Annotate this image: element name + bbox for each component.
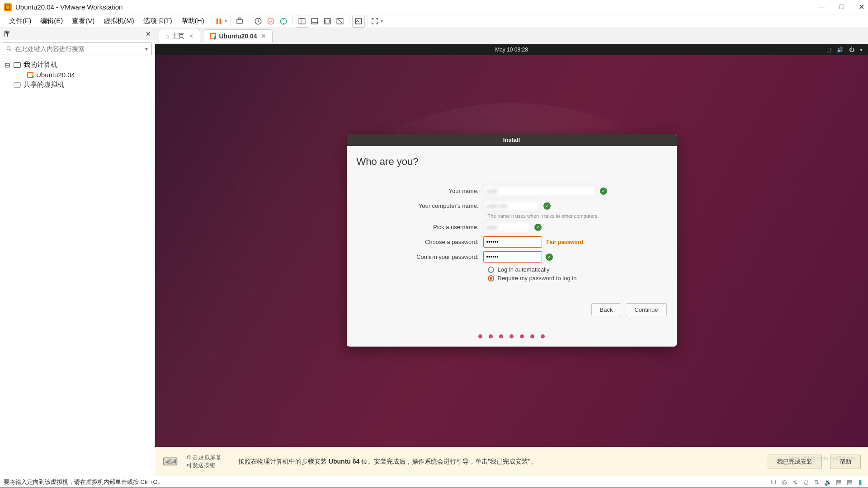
tab-home[interactable]: ⌂ 主页 ✕ bbox=[159, 29, 200, 43]
radio-login-auto[interactable]: Log in automatically bbox=[488, 266, 667, 273]
vmware-app-icon bbox=[4, 3, 12, 11]
hdd2-icon[interactable]: ▤ bbox=[845, 479, 854, 486]
unity-button[interactable] bbox=[352, 15, 365, 28]
volume-icon[interactable]: 🔊 bbox=[837, 47, 844, 53]
ubuntu-installer-window: Install Who are you? Your name: ✓ Your c… bbox=[347, 134, 677, 347]
svg-rect-1 bbox=[220, 19, 222, 24]
library-close-button[interactable]: ✕ bbox=[146, 30, 151, 38]
titlebar: Ubuntu20.04 - VMware Workstation — □ ✕ bbox=[0, 0, 868, 14]
progress-dots bbox=[357, 334, 667, 338]
tree-root[interactable]: ⊟我的计算机 bbox=[4, 60, 151, 70]
workspace-tabs: ⌂ 主页 ✕ Ubuntu20.04 ✕ bbox=[155, 28, 868, 44]
network-icon[interactable]: ⬚ bbox=[826, 47, 831, 53]
disk-icon[interactable]: ⛁ bbox=[769, 479, 778, 486]
input-your-name[interactable] bbox=[483, 185, 596, 197]
svg-rect-9 bbox=[311, 19, 318, 24]
status-bar: 要将输入定向到该虚拟机，请在虚拟机内部单击或按 Ctrl+G。 ⛁ ◎ ↯ ⎙ … bbox=[0, 476, 868, 488]
vm-icon bbox=[27, 72, 33, 78]
view-console-button[interactable] bbox=[308, 15, 321, 28]
minimize-button[interactable]: — bbox=[818, 3, 825, 11]
tab-close-icon[interactable]: ✕ bbox=[261, 33, 266, 39]
message-icon[interactable]: ▮ bbox=[856, 479, 864, 486]
check-icon: ✓ bbox=[546, 253, 553, 261]
keyboard-icon: ⌨ bbox=[162, 455, 178, 468]
label-password: Choose a password: bbox=[357, 239, 483, 245]
cd-icon[interactable]: ◎ bbox=[780, 479, 788, 486]
svg-rect-11 bbox=[324, 19, 330, 24]
label-computer-name: Your computer's name: bbox=[357, 202, 483, 209]
installer-heading: Who are you? bbox=[357, 156, 667, 168]
check-icon: ✓ bbox=[600, 188, 607, 195]
network-adapter-icon[interactable]: ↯ bbox=[791, 479, 799, 486]
radio-require-password[interactable]: Require my password to log in bbox=[488, 275, 667, 282]
hint-bar: ⌨ 单击虚拟屏幕可发送按键 按照在物理计算机中的步骤安装 Ubuntu 64 位… bbox=[155, 447, 868, 476]
library-title: 库 bbox=[4, 30, 10, 38]
chevron-down-icon[interactable]: ▾ bbox=[860, 47, 863, 53]
svg-point-15 bbox=[7, 47, 10, 50]
window-title: Ubuntu20.04 - VMware Workstation bbox=[15, 3, 818, 11]
menubar: 文件(F) 编辑(E) 查看(V) 虚拟机(M) 选项卡(T) 帮助(H) bbox=[0, 14, 868, 28]
snapshot-manager-button[interactable] bbox=[252, 15, 264, 28]
tree-shared[interactable]: 共享的虚拟机 bbox=[4, 80, 151, 90]
computer-icon bbox=[14, 62, 21, 68]
search-dropdown-icon[interactable]: ▼ bbox=[144, 47, 149, 52]
computer-name-hint: The name it uses when it talks to other … bbox=[488, 213, 667, 219]
close-button[interactable]: ✕ bbox=[859, 3, 864, 11]
check-icon: ✓ bbox=[543, 202, 551, 210]
computer-icon bbox=[14, 82, 21, 88]
library-search-input[interactable] bbox=[15, 45, 142, 52]
sound-icon[interactable]: 🔉 bbox=[824, 479, 832, 486]
ubuntu-clock: May 10 08:28 bbox=[495, 47, 528, 53]
hint-small: 单击虚拟屏幕可发送按键 bbox=[186, 454, 222, 469]
pause-vm-button[interactable] bbox=[215, 15, 227, 28]
input-computer-name[interactable] bbox=[483, 200, 540, 211]
take-snapshot-button[interactable] bbox=[277, 15, 290, 28]
tab-close-icon[interactable]: ✕ bbox=[189, 33, 193, 39]
back-button[interactable]: Back bbox=[591, 303, 622, 316]
input-confirm-password[interactable] bbox=[483, 251, 542, 263]
input-password[interactable] bbox=[483, 236, 542, 248]
radio-icon bbox=[488, 267, 494, 273]
tree-vm-ubuntu[interactable]: Ubuntu20.04 bbox=[4, 70, 151, 80]
fullscreen-button[interactable] bbox=[371, 15, 383, 28]
status-text: 要将输入定向到该虚拟机，请在虚拟机内部单击或按 Ctrl+G。 bbox=[4, 478, 164, 486]
svg-rect-0 bbox=[217, 19, 218, 24]
library-panel: 库 ✕ ▼ ⊟我的计算机 Ubuntu20.04 共享的虚拟机 bbox=[0, 28, 155, 447]
view-single-button[interactable] bbox=[296, 15, 308, 28]
snapshot-button[interactable] bbox=[233, 15, 246, 28]
menu-tabs[interactable]: 选项卡(T) bbox=[139, 15, 177, 27]
hint-main: 按照在物理计算机中的步骤安装 Ubuntu 64 位。安装完成后，操作系统会进行… bbox=[238, 458, 760, 466]
label-confirm-password: Confirm your password: bbox=[357, 253, 483, 260]
installer-title: Install bbox=[347, 134, 677, 146]
svg-point-5 bbox=[268, 18, 274, 24]
home-icon: ⌂ bbox=[165, 33, 169, 40]
menu-view[interactable]: 查看(V) bbox=[67, 15, 99, 27]
view-fit-button[interactable] bbox=[321, 15, 334, 28]
continue-button[interactable]: Continue bbox=[626, 303, 666, 316]
menu-file[interactable]: 文件(F) bbox=[5, 15, 36, 27]
usb-icon[interactable]: ⇅ bbox=[813, 479, 821, 486]
check-icon: ✓ bbox=[534, 224, 542, 231]
search-icon bbox=[6, 46, 12, 52]
radio-icon bbox=[488, 275, 494, 282]
library-search[interactable]: ▼ bbox=[3, 42, 152, 55]
hdd-icon[interactable]: ▤ bbox=[835, 479, 843, 486]
ubuntu-topbar: May 10 08:28 ⬚ 🔊 ⏻ ▾ bbox=[155, 44, 868, 55]
vm-viewport[interactable]: May 10 08:28 ⬚ 🔊 ⏻ ▾ Install Who are you… bbox=[155, 44, 868, 447]
svg-rect-7 bbox=[299, 19, 305, 24]
menu-vm[interactable]: 虚拟机(M) bbox=[99, 15, 139, 27]
menu-edit[interactable]: 编辑(E) bbox=[36, 15, 67, 27]
password-strength: Fair password bbox=[547, 239, 583, 245]
tab-vm-ubuntu[interactable]: Ubuntu20.04 ✕ bbox=[203, 29, 273, 42]
input-username[interactable] bbox=[483, 221, 531, 233]
power-icon[interactable]: ⏻ bbox=[849, 47, 854, 53]
svg-line-16 bbox=[10, 50, 11, 51]
menu-help[interactable]: 帮助(H) bbox=[177, 15, 209, 27]
device-icons: ⛁ ◎ ↯ ⎙ ⇅ 🔉 ▤ ▤ ▮ bbox=[769, 479, 864, 486]
revert-snapshot-button[interactable] bbox=[264, 15, 277, 28]
watermark: https://blog.csdn.net/Zrivers bbox=[789, 455, 855, 462]
printer-icon[interactable]: ⎙ bbox=[802, 479, 810, 486]
maximize-button[interactable]: □ bbox=[840, 3, 844, 11]
label-your-name: Your name: bbox=[357, 188, 483, 194]
view-stretch-button[interactable] bbox=[334, 15, 346, 28]
